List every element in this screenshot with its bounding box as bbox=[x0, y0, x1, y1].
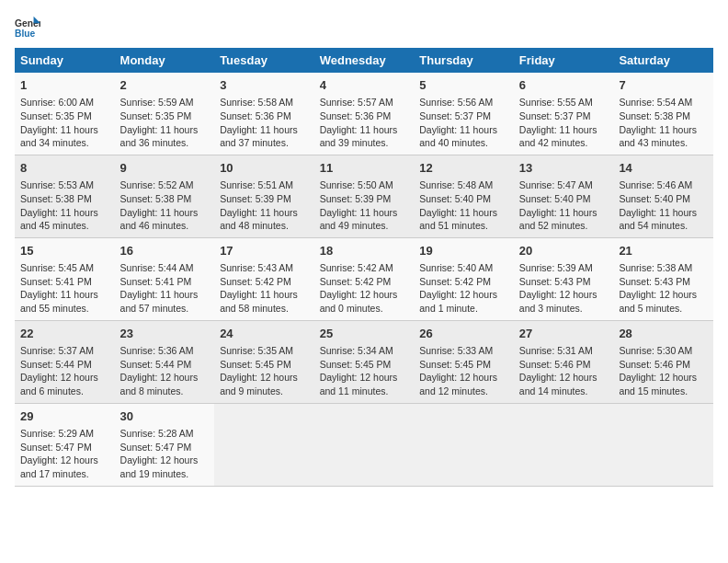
day-info: Sunrise: 5:54 AMSunset: 5:38 PMDaylight:… bbox=[619, 96, 708, 150]
calendar-cell bbox=[514, 403, 614, 486]
day-info: Sunrise: 5:45 AMSunset: 5:41 PMDaylight:… bbox=[20, 261, 109, 316]
calendar-cell bbox=[414, 403, 514, 486]
day-info: Sunrise: 5:46 AMSunset: 5:40 PMDaylight:… bbox=[619, 178, 708, 233]
calendar-cell: 11Sunrise: 5:50 AMSunset: 5:39 PMDayligh… bbox=[314, 155, 415, 237]
weekday-header: Thursday bbox=[414, 48, 514, 73]
calendar-cell: 3Sunrise: 5:58 AMSunset: 5:36 PMDaylight… bbox=[214, 73, 314, 155]
day-number: 4 bbox=[320, 77, 409, 94]
day-number: 23 bbox=[120, 326, 210, 342]
day-info: Sunrise: 5:34 AMSunset: 5:45 PMDaylight:… bbox=[320, 344, 409, 398]
day-number: 27 bbox=[519, 326, 609, 342]
day-info: Sunrise: 5:48 AMSunset: 5:40 PMDaylight:… bbox=[419, 178, 508, 233]
day-number: 29 bbox=[20, 408, 109, 425]
calendar-cell: 21Sunrise: 5:38 AMSunset: 5:43 PMDayligh… bbox=[613, 237, 713, 320]
day-number: 21 bbox=[619, 243, 708, 259]
calendar-cell: 29Sunrise: 5:29 AMSunset: 5:47 PMDayligh… bbox=[15, 403, 115, 486]
day-number: 24 bbox=[220, 326, 309, 342]
calendar-cell: 24Sunrise: 5:35 AMSunset: 5:45 PMDayligh… bbox=[214, 320, 314, 403]
day-number: 22 bbox=[20, 326, 109, 342]
calendar-header: SundayMondayTuesdayWednesdayThursdayFrid… bbox=[15, 48, 713, 73]
day-number: 25 bbox=[320, 326, 409, 342]
calendar-cell: 15Sunrise: 5:45 AMSunset: 5:41 PMDayligh… bbox=[15, 237, 115, 320]
calendar-cell: 13Sunrise: 5:47 AMSunset: 5:40 PMDayligh… bbox=[514, 155, 614, 237]
weekday-header: Saturday bbox=[613, 48, 713, 73]
day-number: 20 bbox=[519, 243, 609, 259]
day-info: Sunrise: 5:50 AMSunset: 5:39 PMDaylight:… bbox=[320, 178, 409, 233]
day-info: Sunrise: 5:47 AMSunset: 5:40 PMDaylight:… bbox=[519, 178, 609, 233]
day-number: 15 bbox=[20, 243, 109, 259]
calendar-cell: 9Sunrise: 5:52 AMSunset: 5:38 PMDaylight… bbox=[115, 155, 215, 237]
weekday-header: Tuesday bbox=[214, 48, 314, 73]
calendar-cell: 7Sunrise: 5:54 AMSunset: 5:38 PMDaylight… bbox=[613, 73, 713, 155]
day-info: Sunrise: 5:38 AMSunset: 5:43 PMDaylight:… bbox=[619, 261, 708, 316]
day-info: Sunrise: 5:57 AMSunset: 5:36 PMDaylight:… bbox=[320, 96, 409, 150]
calendar-cell: 14Sunrise: 5:46 AMSunset: 5:40 PMDayligh… bbox=[613, 155, 713, 237]
day-info: Sunrise: 6:00 AMSunset: 5:35 PMDaylight:… bbox=[20, 96, 109, 150]
svg-text:Blue: Blue bbox=[15, 29, 36, 39]
day-number: 8 bbox=[20, 160, 109, 177]
day-number: 1 bbox=[20, 77, 109, 94]
day-info: Sunrise: 5:51 AMSunset: 5:39 PMDaylight:… bbox=[220, 178, 309, 233]
calendar-cell: 12Sunrise: 5:48 AMSunset: 5:40 PMDayligh… bbox=[414, 155, 514, 237]
day-number: 2 bbox=[120, 77, 210, 94]
weekday-header: Friday bbox=[514, 48, 614, 73]
calendar-cell: 19Sunrise: 5:40 AMSunset: 5:42 PMDayligh… bbox=[414, 237, 514, 320]
day-info: Sunrise: 5:42 AMSunset: 5:42 PMDaylight:… bbox=[320, 261, 409, 316]
calendar-cell: 28Sunrise: 5:30 AMSunset: 5:46 PMDayligh… bbox=[613, 320, 713, 403]
calendar-cell: 5Sunrise: 5:56 AMSunset: 5:37 PMDaylight… bbox=[414, 73, 514, 155]
calendar-table: SundayMondayTuesdayWednesdayThursdayFrid… bbox=[15, 48, 713, 487]
day-info: Sunrise: 5:59 AMSunset: 5:35 PMDaylight:… bbox=[120, 96, 210, 150]
logo-icon: General Blue bbox=[15, 15, 40, 40]
day-number: 6 bbox=[519, 77, 609, 94]
calendar-cell bbox=[314, 403, 415, 486]
calendar-cell: 23Sunrise: 5:36 AMSunset: 5:44 PMDayligh… bbox=[115, 320, 215, 403]
day-info: Sunrise: 5:37 AMSunset: 5:44 PMDaylight:… bbox=[20, 344, 109, 398]
day-info: Sunrise: 5:44 AMSunset: 5:41 PMDaylight:… bbox=[120, 261, 210, 316]
calendar-cell bbox=[214, 403, 314, 486]
logo: General Blue bbox=[15, 15, 44, 40]
calendar-cell: 30Sunrise: 5:28 AMSunset: 5:47 PMDayligh… bbox=[115, 403, 215, 486]
calendar-cell: 2Sunrise: 5:59 AMSunset: 5:35 PMDaylight… bbox=[115, 73, 215, 155]
day-info: Sunrise: 5:33 AMSunset: 5:45 PMDaylight:… bbox=[419, 344, 508, 398]
page-header: General Blue bbox=[15, 15, 713, 40]
weekday-header: Wednesday bbox=[314, 48, 415, 73]
calendar-cell: 10Sunrise: 5:51 AMSunset: 5:39 PMDayligh… bbox=[214, 155, 314, 237]
calendar-week-row: 8Sunrise: 5:53 AMSunset: 5:38 PMDaylight… bbox=[15, 155, 713, 237]
calendar-cell: 6Sunrise: 5:55 AMSunset: 5:37 PMDaylight… bbox=[514, 73, 614, 155]
day-number: 18 bbox=[320, 243, 409, 259]
day-info: Sunrise: 5:52 AMSunset: 5:38 PMDaylight:… bbox=[120, 178, 210, 233]
day-number: 26 bbox=[419, 326, 508, 342]
day-number: 28 bbox=[619, 326, 708, 342]
weekday-row: SundayMondayTuesdayWednesdayThursdayFrid… bbox=[15, 48, 713, 73]
calendar-cell: 27Sunrise: 5:31 AMSunset: 5:46 PMDayligh… bbox=[514, 320, 614, 403]
calendar-cell: 4Sunrise: 5:57 AMSunset: 5:36 PMDaylight… bbox=[314, 73, 415, 155]
day-info: Sunrise: 5:29 AMSunset: 5:47 PMDaylight:… bbox=[20, 427, 109, 481]
day-number: 12 bbox=[419, 160, 508, 177]
day-info: Sunrise: 5:56 AMSunset: 5:37 PMDaylight:… bbox=[419, 96, 508, 150]
weekday-header: Sunday bbox=[15, 48, 115, 73]
day-info: Sunrise: 5:28 AMSunset: 5:47 PMDaylight:… bbox=[120, 427, 210, 481]
day-number: 11 bbox=[320, 160, 409, 177]
day-info: Sunrise: 5:40 AMSunset: 5:42 PMDaylight:… bbox=[419, 261, 508, 316]
calendar-week-row: 22Sunrise: 5:37 AMSunset: 5:44 PMDayligh… bbox=[15, 320, 713, 403]
day-number: 7 bbox=[619, 77, 708, 94]
day-number: 9 bbox=[120, 160, 210, 177]
calendar-cell: 18Sunrise: 5:42 AMSunset: 5:42 PMDayligh… bbox=[314, 237, 415, 320]
calendar-cell: 1Sunrise: 6:00 AMSunset: 5:35 PMDaylight… bbox=[15, 73, 115, 155]
calendar-cell: 25Sunrise: 5:34 AMSunset: 5:45 PMDayligh… bbox=[314, 320, 415, 403]
day-info: Sunrise: 5:53 AMSunset: 5:38 PMDaylight:… bbox=[20, 178, 109, 233]
calendar-week-row: 15Sunrise: 5:45 AMSunset: 5:41 PMDayligh… bbox=[15, 237, 713, 320]
day-info: Sunrise: 5:36 AMSunset: 5:44 PMDaylight:… bbox=[120, 344, 210, 398]
calendar-week-row: 29Sunrise: 5:29 AMSunset: 5:47 PMDayligh… bbox=[15, 403, 713, 486]
day-info: Sunrise: 5:35 AMSunset: 5:45 PMDaylight:… bbox=[220, 344, 309, 398]
day-number: 17 bbox=[220, 243, 309, 259]
day-info: Sunrise: 5:39 AMSunset: 5:43 PMDaylight:… bbox=[519, 261, 609, 316]
day-number: 13 bbox=[519, 160, 609, 177]
day-number: 19 bbox=[419, 243, 508, 259]
day-info: Sunrise: 5:58 AMSunset: 5:36 PMDaylight:… bbox=[220, 96, 309, 150]
calendar-cell: 20Sunrise: 5:39 AMSunset: 5:43 PMDayligh… bbox=[514, 237, 614, 320]
day-info: Sunrise: 5:30 AMSunset: 5:46 PMDaylight:… bbox=[619, 344, 708, 398]
calendar-cell: 26Sunrise: 5:33 AMSunset: 5:45 PMDayligh… bbox=[414, 320, 514, 403]
day-number: 16 bbox=[120, 243, 210, 259]
calendar-cell: 17Sunrise: 5:43 AMSunset: 5:42 PMDayligh… bbox=[214, 237, 314, 320]
